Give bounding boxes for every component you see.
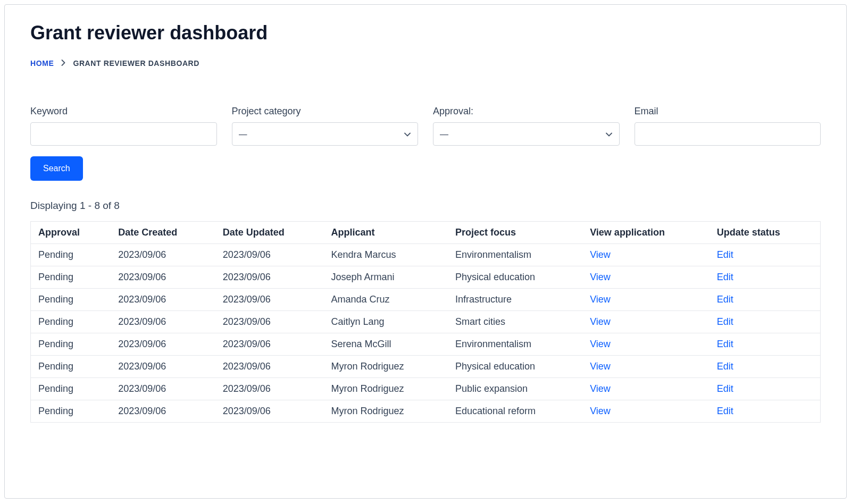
edit-link[interactable]: Edit <box>717 294 733 305</box>
keyword-label: Keyword <box>30 106 217 117</box>
table-row: Pending2023/09/062023/09/06Myron Rodrigu… <box>31 378 821 400</box>
edit-link[interactable]: Edit <box>717 383 733 394</box>
cell-approval: Pending <box>31 289 111 311</box>
filter-approval: Approval: — <box>433 106 620 146</box>
cell-view: View <box>582 333 710 356</box>
filter-keyword: Keyword <box>30 106 217 146</box>
cell-date-updated: 2023/09/06 <box>215 311 324 333</box>
col-applicant: Applicant <box>323 222 447 244</box>
view-link[interactable]: View <box>590 383 611 394</box>
cell-date-updated: 2023/09/06 <box>215 356 324 378</box>
cell-project-focus: Smart cities <box>448 311 582 333</box>
cell-date-updated: 2023/09/06 <box>215 244 324 266</box>
email-input[interactable] <box>635 122 821 146</box>
view-link[interactable]: View <box>590 406 611 416</box>
cell-approval: Pending <box>31 311 111 333</box>
cell-applicant: Caitlyn Lang <box>323 311 447 333</box>
table-row: Pending2023/09/062023/09/06Joseph Armani… <box>31 266 821 289</box>
cell-date-created: 2023/09/06 <box>111 356 215 378</box>
table-row: Pending2023/09/062023/09/06Myron Rodrigu… <box>31 400 821 423</box>
page-title: Grant reviewer dashboard <box>30 22 821 44</box>
table-row: Pending2023/09/062023/09/06Amanda CruzIn… <box>31 289 821 311</box>
cell-edit: Edit <box>710 378 821 400</box>
cell-applicant: Serena McGill <box>323 333 447 356</box>
cell-edit: Edit <box>710 266 821 289</box>
cell-edit: Edit <box>710 311 821 333</box>
cell-project-focus: Environmentalism <box>448 333 582 356</box>
cell-date-updated: 2023/09/06 <box>215 378 324 400</box>
table-row: Pending2023/09/062023/09/06Serena McGill… <box>31 333 821 356</box>
cell-edit: Edit <box>710 356 821 378</box>
cell-date-created: 2023/09/06 <box>111 400 215 423</box>
edit-link[interactable]: Edit <box>717 339 733 349</box>
cell-view: View <box>582 244 710 266</box>
col-project-focus: Project focus <box>448 222 582 244</box>
view-link[interactable]: View <box>590 316 611 327</box>
cell-date-created: 2023/09/06 <box>111 266 215 289</box>
cell-date-created: 2023/09/06 <box>111 244 215 266</box>
project-category-select[interactable]: — <box>232 122 419 146</box>
edit-link[interactable]: Edit <box>717 406 733 416</box>
view-link[interactable]: View <box>590 294 611 305</box>
cell-project-focus: Infrastructure <box>448 289 582 311</box>
cell-view: View <box>582 289 710 311</box>
cell-edit: Edit <box>710 244 821 266</box>
cell-edit: Edit <box>710 400 821 423</box>
col-date-created: Date Created <box>111 222 215 244</box>
cell-date-updated: 2023/09/06 <box>215 266 324 289</box>
keyword-input[interactable] <box>30 122 217 146</box>
view-link[interactable]: View <box>590 272 611 282</box>
cell-project-focus: Physical education <box>448 266 582 289</box>
cell-date-created: 2023/09/06 <box>111 311 215 333</box>
table-row: Pending2023/09/062023/09/06Caitlyn LangS… <box>31 311 821 333</box>
cell-edit: Edit <box>710 289 821 311</box>
table-row: Pending2023/09/062023/09/06Myron Rodrigu… <box>31 356 821 378</box>
edit-link[interactable]: Edit <box>717 272 733 282</box>
table-row: Pending2023/09/062023/09/06Kendra Marcus… <box>31 244 821 266</box>
breadcrumb-home-link[interactable]: HOME <box>30 59 54 68</box>
email-label: Email <box>635 106 821 117</box>
cell-view: View <box>582 311 710 333</box>
cell-project-focus: Public expansion <box>448 378 582 400</box>
cell-date-created: 2023/09/06 <box>111 333 215 356</box>
cell-project-focus: Educational reform <box>448 400 582 423</box>
cell-applicant: Amanda Cruz <box>323 289 447 311</box>
cell-approval: Pending <box>31 266 111 289</box>
breadcrumb-current: GRANT REVIEWER DASHBOARD <box>73 59 199 68</box>
chevron-right-icon <box>61 60 65 68</box>
edit-link[interactable]: Edit <box>717 316 733 327</box>
grants-table: Approval Date Created Date Updated Appli… <box>30 221 821 423</box>
col-view-application: View application <box>582 222 710 244</box>
breadcrumb: HOME GRANT REVIEWER DASHBOARD <box>30 59 821 68</box>
filter-project-category: Project category — <box>232 106 419 146</box>
cell-edit: Edit <box>710 333 821 356</box>
results-summary: Displaying 1 - 8 of 8 <box>30 200 821 212</box>
cell-approval: Pending <box>31 244 111 266</box>
cell-date-created: 2023/09/06 <box>111 378 215 400</box>
cell-date-updated: 2023/09/06 <box>215 400 324 423</box>
cell-approval: Pending <box>31 378 111 400</box>
cell-date-updated: 2023/09/06 <box>215 289 324 311</box>
filter-email: Email <box>635 106 821 146</box>
col-approval: Approval <box>31 222 111 244</box>
cell-applicant: Kendra Marcus <box>323 244 447 266</box>
edit-link[interactable]: Edit <box>717 361 733 372</box>
approval-label: Approval: <box>433 106 620 117</box>
search-button[interactable]: Search <box>30 156 83 181</box>
approval-select[interactable]: — <box>433 122 620 146</box>
cell-approval: Pending <box>31 400 111 423</box>
cell-approval: Pending <box>31 356 111 378</box>
cell-applicant: Myron Rodriguez <box>323 378 447 400</box>
cell-applicant: Myron Rodriguez <box>323 356 447 378</box>
cell-view: View <box>582 378 710 400</box>
view-link[interactable]: View <box>590 249 611 260</box>
cell-project-focus: Environmentalism <box>448 244 582 266</box>
cell-date-updated: 2023/09/06 <box>215 333 324 356</box>
view-link[interactable]: View <box>590 361 611 372</box>
cell-applicant: Joseph Armani <box>323 266 447 289</box>
cell-project-focus: Physical education <box>448 356 582 378</box>
view-link[interactable]: View <box>590 339 611 349</box>
edit-link[interactable]: Edit <box>717 249 733 260</box>
cell-view: View <box>582 266 710 289</box>
cell-applicant: Myron Rodriguez <box>323 400 447 423</box>
